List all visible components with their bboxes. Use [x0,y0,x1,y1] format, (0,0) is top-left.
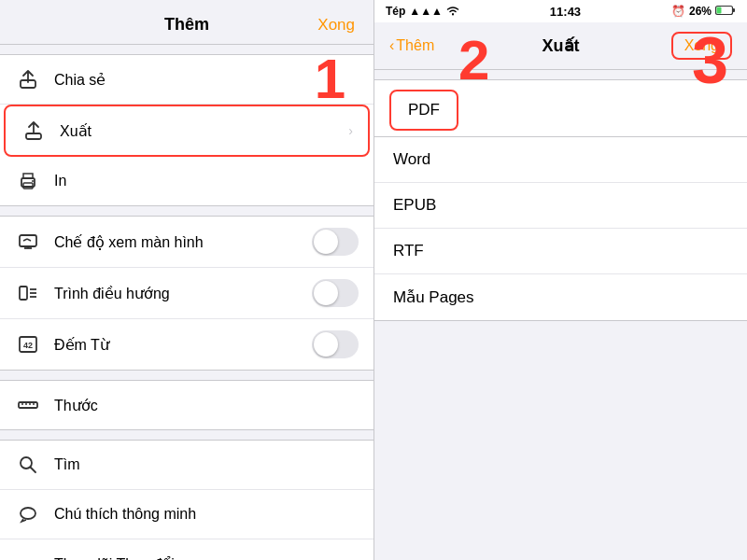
carrier-label: Tép [386,5,405,18]
menu-item-ruler[interactable]: Thước [0,381,374,429]
right-export-content: PDF Word EPUB RTF Mẫu Pages [374,70,747,560]
screen-mode-icon [15,229,41,255]
smartcomment-icon [15,501,41,527]
menu-item-screen-mode[interactable]: Chế độ xem màn hình [0,217,374,268]
signal-bars: ▲▲▲ [409,5,443,18]
trackchanges-label: Theo dõi Thay đổi [54,555,354,561]
pdf-wrapper: PDF [374,79,747,136]
status-right: ⏰ 26% [671,5,736,19]
find-icon [15,452,41,478]
print-label: In [54,173,359,189]
wifi-icon [446,5,459,19]
left-done-button[interactable]: Xong [317,16,355,35]
svg-line-8 [23,239,27,241]
trackchanges-icon: abc [15,551,41,560]
pages-template-label: Mẫu Pages [393,288,474,306]
svg-rect-1 [26,133,41,139]
red-number-1: 1 [315,47,345,111]
export-list: Word EPUB RTF Mẫu Pages [374,136,747,321]
status-bar: Tép ▲▲▲ 11:43 ⏰ 26% [374,0,747,22]
menu-item-find[interactable]: Tìm [0,441,374,490]
rtf-label: RTF [393,242,424,259]
menu-item-export[interactable]: Xuất › [4,105,370,157]
right-panel: Tép ▲▲▲ 11:43 ⏰ 26% [374,0,747,560]
svg-rect-10 [20,287,27,300]
navigation-label: Trình điều hướng [54,285,312,302]
share-label: Chia sẻ [54,71,359,89]
menu-item-word-count[interactable]: 42 Đếm Từ [0,319,374,370]
svg-point-23 [21,508,35,519]
svg-rect-27 [732,8,735,12]
screen-mode-label: Chế độ xem màn hình [54,233,312,251]
battery-percent: 26% [689,5,712,18]
svg-line-9 [27,239,31,241]
svg-rect-16 [19,402,37,408]
epub-label: EPUB [393,196,436,214]
left-header: Thêm Xong [0,0,374,45]
trackchanges-chevron: › [354,556,359,560]
ruler-label: Thước [54,397,359,414]
back-label: Thêm [396,37,434,54]
print-icon [15,168,41,194]
word-label: Word [393,150,430,168]
svg-rect-3 [23,183,33,189]
word-count-icon: 42 [15,331,41,357]
left-panel-title: Thêm [164,15,209,35]
back-chevron-icon: ‹ [389,37,394,54]
export-icon [21,118,47,144]
right-header: ‹ Thêm Xuất Xong [374,22,747,70]
menu-group-2: Chế độ xem màn hình Trình điều hướng [0,216,374,371]
export-item-rtf[interactable]: RTF [374,229,747,274]
battery-icon [715,5,736,19]
right-done-button[interactable]: Xong [671,32,732,60]
menu-item-navigation[interactable]: Trình điều hướng [0,268,374,319]
menu-item-print[interactable]: In [0,157,374,205]
export-item-epub[interactable]: EPUB [374,183,747,229]
export-label: Xuất [60,122,348,140]
export-chevron: › [348,123,353,138]
export-item-word[interactable]: Word [374,137,747,183]
export-item-pdf[interactable]: PDF [389,90,458,131]
left-menu-content: Chia sẻ Xuất › [0,45,374,560]
svg-text:42: 42 [23,341,33,350]
word-count-label: Đếm Từ [54,336,312,354]
smartcomment-label: Chú thích thông minh [54,506,359,523]
export-item-pages-template[interactable]: Mẫu Pages [374,274,747,320]
navigation-toggle[interactable] [312,279,359,307]
left-panel: Thêm Xong Chia sẻ [0,0,374,560]
share-icon [15,66,41,92]
right-panel-title: Xuất [543,35,580,56]
alarm-icon: ⏰ [671,5,685,18]
word-count-toggle[interactable] [312,330,359,358]
find-label: Tìm [54,456,359,473]
menu-group-4: Tìm Chú thích thông minh abc Theo dõ [0,440,374,560]
screen-mode-toggle[interactable] [312,228,359,256]
menu-item-smartcomment[interactable]: Chú thích thông minh [0,490,374,539]
svg-point-4 [32,180,34,182]
menu-group-3: Thước [0,380,374,430]
svg-rect-5 [20,235,36,246]
status-left: Tép ▲▲▲ [386,5,459,19]
svg-line-22 [31,468,36,473]
menu-item-trackchanges[interactable]: abc Theo dõi Thay đổi › [0,539,374,560]
status-time: 11:43 [550,5,581,19]
navigation-icon [15,280,41,306]
svg-rect-26 [716,7,721,13]
ruler-icon [15,392,41,418]
back-button[interactable]: ‹ Thêm [389,37,434,54]
